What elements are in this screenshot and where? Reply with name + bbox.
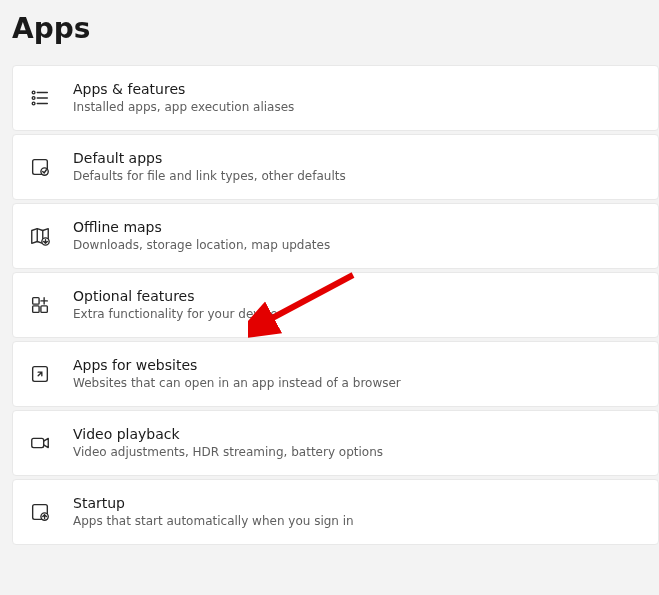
apps-for-websites-icon — [29, 363, 51, 385]
row-subtitle: Apps that start automatically when you s… — [73, 514, 354, 530]
optional-features-icon — [29, 294, 51, 316]
row-subtitle: Defaults for file and link types, other … — [73, 169, 346, 185]
row-title: Offline maps — [73, 218, 330, 236]
row-title: Apps & features — [73, 80, 294, 98]
row-apps-for-websites[interactable]: Apps for websites Websites that can open… — [12, 341, 659, 407]
row-default-apps[interactable]: Default apps Defaults for file and link … — [12, 134, 659, 200]
row-startup[interactable]: Startup Apps that start automatically wh… — [12, 479, 659, 545]
svg-point-4 — [32, 102, 35, 105]
row-subtitle: Installed apps, app execution aliases — [73, 100, 294, 116]
row-subtitle: Websites that can open in an app instead… — [73, 376, 401, 392]
row-optional-features[interactable]: Optional features Extra functionality fo… — [12, 272, 659, 338]
row-title: Optional features — [73, 287, 278, 305]
row-title: Video playback — [73, 425, 383, 443]
startup-icon — [29, 501, 51, 523]
row-offline-maps[interactable]: Offline maps Downloads, storage location… — [12, 203, 659, 269]
row-apps-and-features[interactable]: Apps & features Installed apps, app exec… — [12, 65, 659, 131]
row-subtitle: Extra functionality for your device — [73, 307, 278, 323]
row-subtitle: Video adjustments, HDR streaming, batter… — [73, 445, 383, 461]
offline-maps-icon — [29, 225, 51, 247]
video-playback-icon — [29, 432, 51, 454]
svg-point-2 — [32, 97, 35, 100]
apps-features-icon — [29, 87, 51, 109]
svg-rect-17 — [32, 438, 44, 447]
svg-point-0 — [32, 91, 35, 94]
svg-rect-13 — [41, 306, 47, 312]
row-video-playback[interactable]: Video playback Video adjustments, HDR st… — [12, 410, 659, 476]
row-title: Default apps — [73, 149, 346, 167]
svg-rect-11 — [33, 298, 39, 304]
page-title: Apps — [0, 0, 659, 65]
svg-rect-12 — [33, 306, 39, 312]
default-apps-icon — [29, 156, 51, 178]
row-title: Apps for websites — [73, 356, 401, 374]
row-subtitle: Downloads, storage location, map updates — [73, 238, 330, 254]
row-title: Startup — [73, 494, 354, 512]
settings-list: Apps & features Installed apps, app exec… — [0, 65, 659, 545]
